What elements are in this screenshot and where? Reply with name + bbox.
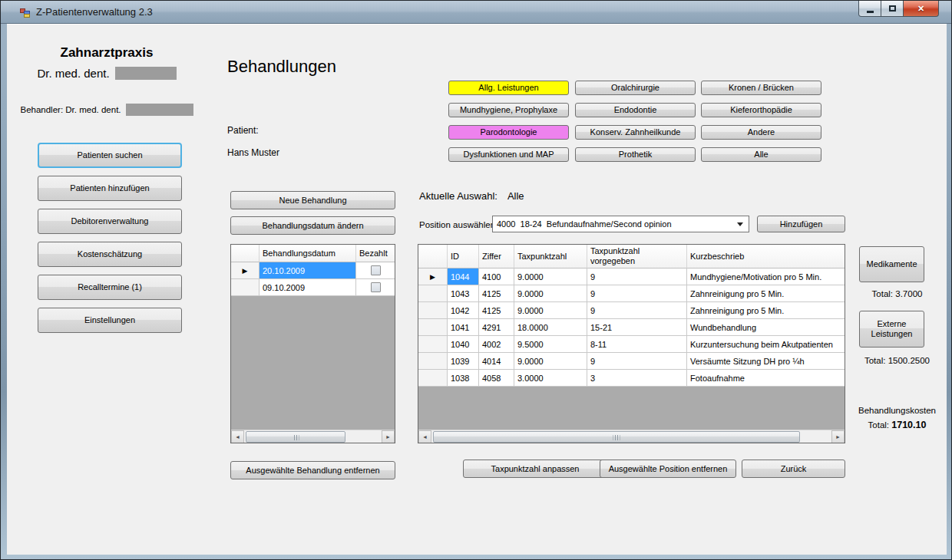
medikamente-button[interactable]: Medikamente [859, 246, 924, 282]
cell-kurzbeschrieb[interactable]: Zahnreinigung pro 5 Min. [687, 302, 845, 319]
category-konserv-zahnheilkunde[interactable]: Konserv. Zahnheilkunde [575, 125, 696, 140]
positions-header-id[interactable]: ID [448, 245, 479, 268]
scroll-right-icon[interactable]: ► [831, 430, 845, 443]
cell-taxpunktzahl[interactable]: 9.0000 [514, 285, 587, 302]
cell-kurzbeschrieb[interactable]: Versäumte Sitzung DH pro ¼h [687, 353, 845, 370]
cell-kurzbeschrieb[interactable]: Zahnreinigung pro 5 Min. [687, 285, 845, 302]
row-selector[interactable]: ▶ [418, 268, 448, 285]
sidebar-item-patienten-suchen[interactable]: Patienten suchen [38, 143, 182, 168]
position-row[interactable]: 1039 4014 9.0000 9 Versäumte Sitzung DH … [418, 353, 845, 370]
category-prothetik[interactable]: Prothetik [575, 147, 696, 162]
cell-id[interactable]: 1038 [448, 370, 479, 387]
cell-ziffer[interactable]: 4014 [479, 353, 514, 370]
row-selector[interactable]: ▶ [231, 262, 259, 279]
position-select-combobox[interactable]: 4000 18-24 Befundaufnahme/Second opinion [492, 216, 749, 232]
scroll-track[interactable] [244, 430, 382, 443]
sidebar-item-patienten-hinzufuegen[interactable]: Patienten hinzufügen [38, 176, 182, 201]
cell-vorgegeben[interactable]: 3 [587, 370, 687, 387]
cell-ziffer[interactable]: 4058 [479, 370, 514, 387]
cell-bezahlt[interactable] [356, 279, 395, 296]
sidebar-item-kostenschaetzung[interactable]: Kostenschätzung [38, 242, 182, 267]
cell-vorgegeben[interactable]: 9 [587, 268, 687, 285]
row-selector[interactable] [231, 279, 259, 296]
category-parodontologie[interactable]: Parodontologie [448, 125, 569, 140]
cell-behandlungsdatum[interactable]: 20.10.2009 [259, 262, 356, 279]
minimize-button[interactable] [858, 1, 881, 17]
cell-taxpunktzahl[interactable]: 9.0000 [514, 302, 587, 319]
titlebar[interactable]: Z-Patientenverwaltung 2.3 ✕ [1, 1, 951, 24]
cell-id[interactable]: 1039 [448, 353, 479, 370]
positions-header-ziffer[interactable]: Ziffer [479, 245, 514, 268]
category-allg-leistungen[interactable]: Allg. Leistungen [448, 81, 569, 95]
sidebar-item-einstellungen[interactable]: Einstellungen [38, 308, 182, 333]
bezahlt-checkbox[interactable] [371, 282, 381, 292]
cell-behandlungsdatum[interactable]: 09.10.2009 [259, 279, 356, 296]
category-kieferorthopaedie[interactable]: Kieferorthopädie [701, 103, 821, 117]
positions-header-vorgegeben[interactable]: Taxpunktzahl vorgegeben [587, 245, 687, 268]
row-selector[interactable] [418, 353, 448, 370]
cell-taxpunktzahl[interactable]: 9.0000 [514, 353, 587, 370]
scroll-thumb[interactable] [433, 431, 800, 443]
scroll-track[interactable] [431, 430, 831, 443]
scroll-left-icon[interactable]: ◄ [418, 430, 431, 443]
cell-id[interactable]: 1040 [448, 336, 479, 353]
bezahlt-checkbox[interactable] [371, 265, 381, 275]
cell-vorgegeben[interactable]: 8-11 [587, 336, 687, 353]
back-button[interactable]: Zurück [742, 460, 845, 478]
cell-vorgegeben[interactable]: 9 [587, 302, 687, 319]
row-selector[interactable] [418, 370, 448, 387]
category-andere[interactable]: Andere [701, 125, 821, 140]
change-treatment-date-button[interactable]: Behandlungsdatum ändern [230, 216, 395, 235]
adjust-taxpunktzahl-button[interactable]: Taxpunktzahl anpassen [463, 460, 607, 478]
cell-kurzbeschrieb[interactable]: Fotoaufnahme [687, 370, 845, 387]
sidebar-item-recalltermine[interactable]: Recalltermine (1) [38, 275, 182, 300]
positions-header-kurzbeschrieb[interactable]: Kurzbeschrieb [687, 245, 845, 268]
row-selector[interactable] [418, 319, 448, 336]
add-position-button[interactable]: Hinzufügen [757, 216, 845, 232]
cell-ziffer[interactable]: 4002 [479, 336, 514, 353]
treatments-header-datum[interactable]: Behandlungsdatum [259, 245, 356, 262]
cell-taxpunktzahl[interactable]: 9.0000 [514, 268, 587, 285]
close-button[interactable]: ✕ [904, 1, 939, 17]
positions-header-selector[interactable] [418, 245, 448, 268]
cell-ziffer[interactable]: 4291 [479, 319, 514, 336]
position-row[interactable]: 1040 4002 9.5000 8-11 Kurzuntersuchung b… [418, 336, 845, 353]
cell-id[interactable]: 1042 [448, 302, 479, 319]
row-selector[interactable] [418, 336, 448, 353]
cell-taxpunktzahl[interactable]: 9.5000 [514, 336, 587, 353]
maximize-button[interactable] [881, 1, 904, 17]
cell-kurzbeschrieb[interactable]: Wundbehandlung [687, 319, 845, 336]
scroll-right-icon[interactable]: ► [382, 430, 395, 443]
cell-ziffer[interactable]: 4125 [479, 285, 514, 302]
position-row[interactable]: 1043 4125 9.0000 9 Zahnreinigung pro 5 M… [418, 285, 845, 302]
category-mundhygiene[interactable]: Mundhygiene, Prophylaxe [448, 103, 569, 117]
treatments-hscrollbar[interactable]: ◄ ► [231, 430, 395, 443]
category-endodontie[interactable]: Endodontie [575, 103, 696, 117]
new-treatment-button[interactable]: Neue Behandlung [230, 191, 395, 209]
sidebar-item-debitorenverwaltung[interactable]: Debitorenverwaltung [38, 209, 182, 234]
scroll-left-icon[interactable]: ◄ [231, 430, 244, 443]
row-selector[interactable] [418, 285, 448, 302]
treatment-row[interactable]: ▶ 20.10.2009 [231, 262, 395, 279]
cell-taxpunktzahl[interactable]: 3.0000 [514, 370, 587, 387]
cell-kurzbeschrieb[interactable]: Mundhygiene/Motivation pro 5 Min. [687, 268, 845, 285]
cell-vorgegeben[interactable]: 9 [587, 285, 687, 302]
category-alle[interactable]: Alle [701, 147, 821, 162]
cell-id[interactable]: 1041 [448, 319, 479, 336]
scroll-thumb[interactable] [246, 431, 345, 443]
cell-taxpunktzahl[interactable]: 18.0000 [514, 319, 587, 336]
cell-id[interactable]: 1043 [448, 285, 479, 302]
cell-id[interactable]: 1044 [448, 268, 479, 285]
category-kronen-bruecken[interactable]: Kronen / Brücken [701, 81, 821, 95]
treatment-row[interactable]: 09.10.2009 [231, 279, 395, 296]
positions-hscrollbar[interactable]: ◄ ► [418, 430, 845, 443]
category-oralchirurgie[interactable]: Oralchirurgie [575, 81, 696, 95]
treatments-header-selector[interactable] [231, 245, 259, 262]
remove-position-button[interactable]: Ausgewählte Position entfernen [600, 460, 736, 478]
position-row[interactable]: 1041 4291 18.0000 15-21 Wundbehandlung [418, 319, 845, 336]
positions-header-taxpunktzahl[interactable]: Taxpunktzahl [514, 245, 587, 268]
cell-ziffer[interactable]: 4125 [479, 302, 514, 319]
treatments-header-bezahlt[interactable]: Bezahlt [356, 245, 395, 262]
position-row[interactable]: 1042 4125 9.0000 9 Zahnreinigung pro 5 M… [418, 302, 845, 319]
row-selector[interactable] [418, 302, 448, 319]
